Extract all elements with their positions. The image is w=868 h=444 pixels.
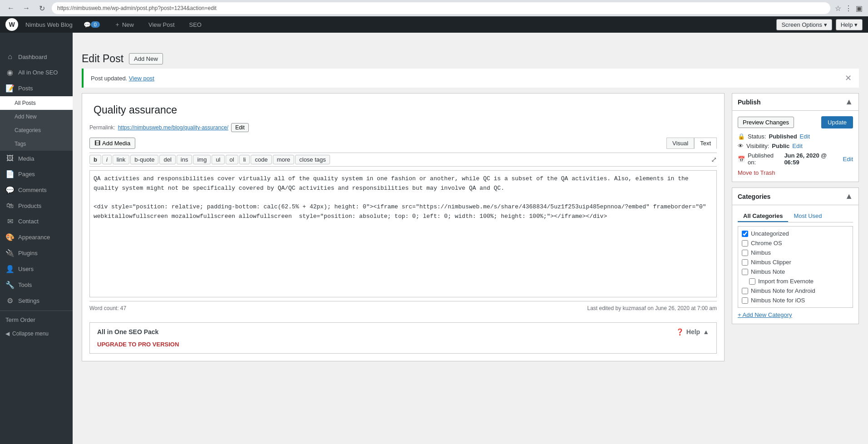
format-bquote-button[interactable]: b-quote <box>130 155 158 164</box>
sidebar-item-dashboard[interactable]: ⌂ Dashboard <box>0 49 73 64</box>
sidebar-item-users[interactable]: 👤 Users <box>0 261 73 277</box>
categories-toggle-icon: ▲ <box>845 192 853 201</box>
format-close-tags-button[interactable]: close tags <box>295 155 330 164</box>
view-post-link[interactable]: View post <box>129 75 154 82</box>
text-tab[interactable]: Text <box>694 138 717 149</box>
cat-checkbox-nimbus-note[interactable] <box>742 269 748 275</box>
format-link-button[interactable]: link <box>113 155 130 164</box>
cat-checkbox-nimbus[interactable] <box>742 250 748 256</box>
format-img-button[interactable]: img <box>193 155 211 164</box>
categories-metabox-body: All Categories Most Used Uncategorized C… <box>732 205 858 324</box>
sidebar-item-add-new[interactable]: Add New <box>0 110 73 123</box>
format-code-button[interactable]: code <box>251 155 271 164</box>
editor-content[interactable]: QA activities and responsibilities cover… <box>89 170 717 297</box>
post-title-input[interactable] <box>89 101 717 119</box>
sidebar-item-categories[interactable]: Categories <box>0 123 73 137</box>
cat-checkbox-import-from-evernote[interactable] <box>749 278 755 285</box>
published-on-edit-link[interactable]: Edit <box>843 156 853 163</box>
admin-bar-right: Screen Options ▾ Help ▾ <box>776 19 863 30</box>
comments-bubble-icon: 💬 <box>84 21 91 28</box>
notice-close-button[interactable]: ✕ <box>845 73 852 83</box>
settings-icon: ⚙ <box>5 296 15 305</box>
update-button[interactable]: Update <box>821 116 853 128</box>
window-close-button[interactable]: ▣ <box>856 4 863 13</box>
url-text: https://nimbusweb.me/wp-admin/post.php?p… <box>57 5 217 11</box>
help-button[interactable]: Help ▾ <box>836 19 863 30</box>
format-ol-button[interactable]: ol <box>226 155 238 164</box>
sidebar-item-term-order[interactable]: Term Order <box>0 313 73 327</box>
all-posts-label: All Posts <box>15 100 36 106</box>
reload-button[interactable]: ↻ <box>36 3 47 14</box>
sidebar-item-tags[interactable]: Tags <box>0 137 73 151</box>
move-to-trash-button[interactable]: Move to Trash <box>738 169 775 176</box>
admin-bar-seo[interactable]: SEO <box>186 16 205 33</box>
status-edit-link[interactable]: Edit <box>800 133 810 140</box>
format-li-button[interactable]: li <box>239 155 250 164</box>
visibility-icon: 👁 <box>738 143 744 149</box>
publish-metabox-body: Preview Changes Update 🔒 Status: Publish… <box>732 111 858 182</box>
cat-checkbox-nimbus-clipper[interactable] <box>742 259 748 266</box>
tab-most-used[interactable]: Most Used <box>788 211 827 222</box>
media-icon: 🖼 <box>5 154 15 163</box>
permalink-edit-button[interactable]: Edit <box>231 123 249 132</box>
sidebar-item-tools[interactable]: 🔧 Tools <box>0 277 73 293</box>
tab-all-categories[interactable]: All Categories <box>738 211 788 222</box>
cat-checkbox-nimbus-note-android[interactable] <box>742 288 748 294</box>
add-new-button[interactable]: Add New <box>129 53 163 64</box>
publish-status-row: 🔒 Status: Published Edit <box>738 133 853 140</box>
status-label: Status: <box>748 133 766 140</box>
format-ul-button[interactable]: ul <box>212 155 224 164</box>
publish-metabox-header[interactable]: Publish ▲ <box>732 94 858 111</box>
sidebar-item-contact[interactable]: ✉ Contact <box>0 213 73 229</box>
sidebar-item-posts[interactable]: 📝 Posts <box>0 80 73 96</box>
sidebar-item-all-posts[interactable]: All Posts <box>0 96 73 110</box>
format-more-button[interactable]: more <box>273 155 295 164</box>
cat-checkbox-uncategorized[interactable] <box>742 231 748 237</box>
published-on-label: Published on: <box>748 152 781 166</box>
admin-bar-view-post[interactable]: View Post <box>145 16 178 33</box>
add-media-button[interactable]: 🎞 Add Media <box>89 138 135 149</box>
screen-options-button[interactable]: Screen Options ▾ <box>776 19 832 30</box>
visual-tab[interactable]: Visual <box>666 138 694 149</box>
sidebar-item-label: Settings <box>18 297 39 304</box>
format-expand-button[interactable]: ⤢ <box>711 155 717 164</box>
category-nimbus-note-android: Nimbus Note for Android <box>742 287 849 294</box>
back-button[interactable]: ← <box>5 3 16 14</box>
notice-bar: Post updated. View post ✕ <box>82 69 859 88</box>
users-icon: 👤 <box>5 265 15 273</box>
posts-icon: 📝 <box>5 84 15 93</box>
upgrade-button[interactable]: UPGRADE TO PRO VERSION <box>97 341 179 348</box>
format-bold-button[interactable]: b <box>89 155 101 164</box>
seo-header: All in One SEO Pack ❓ Help ▲ <box>97 328 709 335</box>
format-italic-button[interactable]: i <box>102 155 112 164</box>
appearance-icon: 🎨 <box>5 233 15 242</box>
sidebar-item-settings[interactable]: ⚙ Settings <box>0 293 73 309</box>
sidebar-item-pages[interactable]: 📄 Pages <box>0 166 73 182</box>
add-new-category-link[interactable]: + Add New Category <box>738 311 853 318</box>
admin-bar-comments[interactable]: 💬 0 <box>80 16 104 33</box>
cat-label-import-from-evernote: Import from Evernote <box>758 278 814 285</box>
cat-checkbox-chrome-os[interactable] <box>742 240 748 247</box>
format-del-button[interactable]: del <box>159 155 175 164</box>
visibility-edit-link[interactable]: Edit <box>792 143 802 149</box>
preview-changes-button[interactable]: Preview Changes <box>738 117 794 128</box>
admin-bar-new[interactable]: ＋ New <box>111 16 138 33</box>
permalink-link[interactable]: https://nimbusweb.me/blog/quality-assura… <box>118 124 228 131</box>
sidebar-item-all-in-one-seo[interactable]: ◉ All in One SEO <box>0 64 73 80</box>
seo-help-button[interactable]: ❓ Help ▲ <box>676 328 709 335</box>
sidebar-item-products[interactable]: 🛍 Products <box>0 198 73 213</box>
bookmark-button[interactable]: ☆ <box>835 4 841 13</box>
format-ins-button[interactable]: ins <box>177 155 192 164</box>
sidebar-item-appearance[interactable]: 🎨 Appearance <box>0 229 73 245</box>
publish-bottom-row: Move to Trash <box>738 169 853 176</box>
address-bar[interactable]: https://nimbusweb.me/wp-admin/post.php?p… <box>52 2 830 14</box>
sidebar-item-comments[interactable]: 💬 Comments <box>0 182 73 198</box>
sidebar-item-media[interactable]: 🖼 Media <box>0 151 73 166</box>
sidebar-item-plugins[interactable]: 🔌 Plugins <box>0 245 73 261</box>
cat-checkbox-nimbus-note-ios[interactable] <box>742 297 748 304</box>
view-post-label: View Post <box>148 21 175 28</box>
categories-metabox-header[interactable]: Categories ▲ <box>732 188 858 205</box>
forward-button[interactable]: → <box>21 3 32 14</box>
collapse-menu-button[interactable]: ◀ Collapse menu <box>0 327 73 340</box>
menu-button[interactable]: ⋮ <box>845 4 852 13</box>
